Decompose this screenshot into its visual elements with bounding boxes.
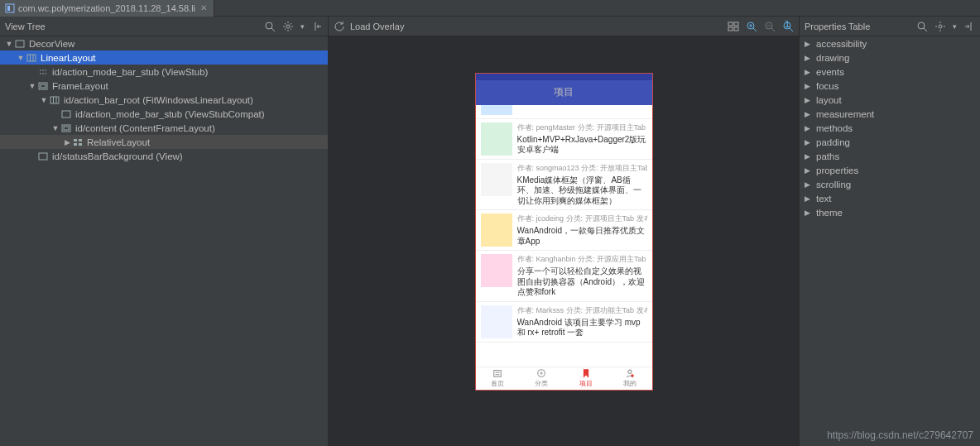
svg-rect-51	[494, 371, 502, 377]
property-group[interactable]: ▶accessibility	[800, 36, 980, 50]
zoom-fit-icon[interactable]: 1	[782, 21, 794, 32]
tree-node[interactable]: id/action_mode_bar_stub (ViewStubCompat)	[0, 107, 328, 121]
gear-icon[interactable]	[282, 21, 294, 32]
tree-node[interactable]: ▶ RelativeLayout	[0, 135, 328, 149]
svg-rect-40	[734, 27, 738, 31]
property-group[interactable]: ▶drawing	[800, 50, 980, 65]
article-card[interactable]: 作者: jcodeing 分类: 开源项目主Tab 发布时 WanAndroid…	[476, 210, 652, 251]
article-title: WanAndroid 该项目主要学习 mvp 和 rx+ retrofit 一套	[517, 318, 647, 338]
svg-point-22	[42, 73, 44, 74]
collapse-icon[interactable]	[311, 21, 323, 32]
svg-point-56	[631, 374, 633, 376]
expand-arrow-icon[interactable]: ▼	[5, 40, 13, 48]
article-card[interactable]: 作者: Kanghanbin 分类: 开源应用主Tab 发布 分享一个可以轻松自…	[476, 251, 652, 302]
expand-arrow-icon[interactable]: ▼	[28, 82, 36, 90]
property-group[interactable]: ▶focus	[800, 79, 980, 93]
gear-icon[interactable]	[934, 21, 946, 32]
bottom-tab-bookmark[interactable]: 项目	[564, 367, 608, 390]
tree-node[interactable]: ▼ LinearLayout	[0, 50, 328, 65]
article-list: 作者: pengMaster 分类: 开源项目主Tab 发布 Kotlin+MV…	[476, 105, 652, 367]
refresh-icon[interactable]	[334, 21, 345, 32]
property-group[interactable]: ▶events	[800, 65, 980, 79]
svg-rect-39	[728, 27, 733, 31]
watermark: https://blog.csdn.net/c279642707	[827, 429, 973, 441]
svg-point-57	[918, 22, 925, 29]
svg-rect-31	[64, 127, 69, 130]
property-label: accessibility	[816, 39, 867, 49]
chevron-down-icon[interactable]: ▾	[953, 22, 957, 31]
zoom-out-icon[interactable]	[764, 21, 776, 32]
svg-rect-1	[7, 6, 10, 11]
view-icon	[37, 67, 49, 77]
tree-node[interactable]: ▼ DecorView	[0, 36, 328, 50]
tree-node[interactable]: ▼ FrameLayout	[0, 79, 328, 93]
svg-rect-33	[79, 139, 82, 141]
property-group[interactable]: ▶properties	[800, 163, 980, 177]
editor-tab[interactable]: com.wc.polymerization_2018.11.28_14.58.l…	[0, 0, 214, 17]
svg-line-58	[924, 28, 927, 31]
editor-tabbar: com.wc.polymerization_2018.11.28_14.58.l…	[0, 0, 980, 17]
property-group[interactable]: ▶padding	[800, 135, 980, 149]
tree-node[interactable]: ▼ id/content (ContentFrameLayout)	[0, 121, 328, 135]
property-group[interactable]: ▶text	[800, 191, 980, 205]
bottom-tab-tree[interactable]: 分类	[520, 367, 564, 390]
chevron-right-icon: ▶	[805, 68, 811, 76]
chevron-right-icon: ▶	[805, 152, 811, 161]
chevron-right-icon: ▶	[805, 209, 811, 217]
property-group[interactable]: ▶measurement	[800, 107, 980, 121]
pane-title: View Tree	[5, 22, 46, 31]
article-card[interactable]: 作者: pengMaster 分类: 开源项目主Tab 发布 Kotlin+MV…	[476, 119, 652, 160]
expand-arrow-icon[interactable]: ▼	[17, 54, 25, 62]
property-label: scrolling	[816, 180, 851, 189]
svg-rect-34	[74, 143, 77, 146]
article-card[interactable]: 作者: Marksss 分类: 开源功能主Tab 发布时间 WanAndroid…	[476, 302, 652, 343]
svg-rect-15	[27, 55, 36, 61]
load-overlay-button[interactable]: Load Overlay	[350, 22, 404, 31]
search-icon[interactable]	[916, 21, 928, 32]
preview-header: Load Overlay 1	[329, 17, 799, 36]
bottom-tab-user[interactable]: 我的	[608, 367, 651, 390]
search-icon[interactable]	[264, 21, 276, 32]
layout-preview-pane: Load Overlay 1 项目 作者: pengMaster 分类: 开源项…	[329, 17, 800, 446]
tree-node[interactable]: id/action_mode_bar_stub (ViewStub)	[0, 65, 328, 79]
properties-list[interactable]: ▶accessibility▶drawing▶events▶focus▶layo…	[800, 36, 980, 446]
property-group[interactable]: ▶scrolling	[800, 177, 980, 191]
app-bar: 项目	[476, 80, 652, 105]
article-meta: 作者: songmao123 分类: 开放项目主Tab 发布	[517, 163, 647, 174]
expand-arrow-icon[interactable]: ▶	[63, 138, 71, 146]
article-thumbnail	[481, 122, 512, 156]
tree-node[interactable]: id/statusBarBackground (View)	[0, 149, 328, 163]
view-tree[interactable]: ▼ DecorView▼ LinearLayout id/action_mode…	[0, 36, 328, 446]
chevron-right-icon: ▶	[805, 40, 811, 48]
article-thumbnail	[481, 163, 512, 196]
close-icon[interactable]: ✕	[199, 3, 209, 12]
chevron-down-icon[interactable]: ▾	[300, 22, 305, 31]
tree-node-label: FrameLayout	[52, 81, 108, 91]
android-statusbar	[476, 74, 652, 80]
article-title: KMedia媒体框架（浮窗、AB循环、加速、秒级拖建媒体界面、一切让你用到爽的媒…	[517, 175, 647, 207]
svg-text:1: 1	[785, 21, 790, 30]
tab-label: 首页	[491, 379, 504, 388]
tree-node-label: RelativeLayout	[87, 137, 150, 147]
expand-arrow-icon[interactable]: ▼	[40, 96, 48, 104]
property-group[interactable]: ▶methods	[800, 121, 980, 135]
zoom-in-icon[interactable]	[746, 21, 757, 32]
property-label: properties	[816, 165, 858, 175]
property-label: theme	[816, 208, 843, 218]
grid-icon[interactable]	[728, 21, 739, 32]
collapse-icon[interactable]	[963, 21, 975, 32]
expand-arrow-icon[interactable]: ▼	[51, 124, 60, 132]
property-group[interactable]: ▶theme	[800, 205, 980, 219]
property-group[interactable]: ▶paths	[800, 149, 980, 163]
property-group[interactable]: ▶layout	[800, 93, 980, 107]
tree-node[interactable]: ▼ id/action_bar_root (FitWindowsLinearLa…	[0, 93, 328, 107]
svg-point-55	[628, 370, 632, 373]
svg-rect-26	[50, 97, 59, 103]
svg-rect-29	[62, 111, 70, 117]
tab-label: com.wc.polymerization_2018.11.28_14.58.l…	[18, 3, 195, 13]
svg-line-9	[285, 23, 286, 25]
article-card[interactable]: 作者: songmao123 分类: 开放项目主Tab 发布 KMedia媒体框…	[476, 160, 652, 211]
bottom-tab-home[interactable]: 首页	[476, 367, 520, 390]
view-icon	[60, 123, 72, 133]
device-preview[interactable]: 项目 作者: pengMaster 分类: 开源项目主Tab 发布 Kotlin…	[475, 73, 653, 391]
